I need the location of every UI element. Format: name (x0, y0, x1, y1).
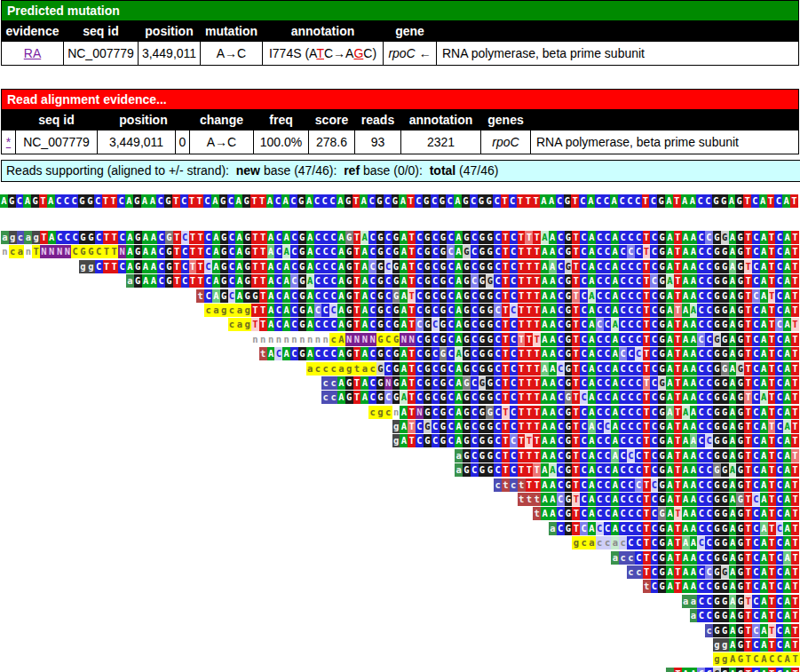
base-cell: T (502, 434, 510, 447)
base-cell: C (627, 406, 635, 419)
annotation-cell: I774S (ATC→AGC) (263, 42, 384, 66)
base-cell: C (619, 449, 627, 462)
base-cell: C (432, 406, 440, 419)
base-cell: A (282, 245, 290, 258)
base-cell: C (494, 333, 502, 346)
base-cell: G (658, 318, 666, 331)
base-cell: A (306, 231, 314, 244)
base-cell: G (736, 333, 744, 346)
base-cell: A (690, 536, 698, 549)
base-cell: T (501, 194, 509, 208)
base-cell: A (783, 478, 791, 492)
base-cell: A (541, 478, 549, 492)
read-row: aGCGGCTCTTTAACGTCACCACCCTCGATAACCGGAGTCA… (455, 449, 800, 462)
base-cell: C (446, 194, 454, 208)
base-cell: C (447, 406, 455, 419)
base-cell: C (273, 194, 281, 208)
base-cell: A (729, 245, 737, 258)
base-cell: A (235, 245, 243, 258)
base-cell: C (447, 376, 455, 390)
base-cell: A (541, 434, 549, 447)
base-cell: C (635, 318, 643, 331)
base-cell: A (682, 347, 690, 360)
base-cell: A (729, 609, 737, 622)
base-cell: G (721, 595, 729, 608)
base-cell: T (674, 406, 682, 419)
base-cell: A (666, 507, 674, 520)
base-cell: C (71, 231, 79, 244)
base-cell: T (502, 260, 510, 273)
base-cell: C (705, 362, 713, 376)
base-cell: T (258, 194, 266, 208)
base-cell: c (705, 624, 713, 637)
base-cell: G (485, 194, 493, 208)
base-cell: T (102, 194, 110, 208)
base-cell: G (478, 194, 486, 208)
base-cell: C (604, 434, 612, 447)
base-cell: C (471, 376, 479, 390)
base-cell: C (752, 391, 760, 404)
base-cell: c (228, 318, 236, 331)
base-cell: C (274, 231, 282, 244)
base-cell: A (455, 289, 463, 303)
base-cell: A (337, 194, 345, 208)
base-cell: A (760, 274, 768, 288)
base-cell: T (525, 231, 533, 244)
base-cell: C (580, 391, 588, 404)
base-cell: A (360, 391, 368, 404)
base-cell: C (752, 406, 760, 419)
base-cell: C (752, 493, 760, 506)
base-cell: A (212, 231, 220, 244)
base-cell: T (525, 391, 533, 404)
base-cell: C (368, 376, 376, 390)
base-cell: G (721, 304, 729, 317)
base-cell: G (220, 274, 228, 288)
base-cell: C (384, 347, 392, 360)
base-cell: A (611, 333, 619, 346)
base-cell: A (337, 333, 345, 346)
base-cell: G (298, 274, 306, 288)
read-row: aGCGGCTCTTTAACGTCACCACCCTCGATAACCGGAGTCA… (455, 463, 800, 477)
base-cell: G (486, 274, 494, 288)
base-cell: C (494, 304, 502, 317)
base-cell: T (524, 194, 532, 208)
alignment-detail-link[interactable]: * (6, 135, 11, 149)
base-cell: C (510, 231, 518, 244)
base-cell: C (775, 274, 783, 288)
base-cell: C (704, 194, 712, 208)
base-cell: A (760, 551, 768, 565)
base-cell: A (690, 565, 698, 579)
base-cell: T (189, 231, 197, 244)
ra-evidence-link[interactable]: RA (24, 46, 41, 60)
base-cell: c (329, 362, 337, 376)
base-cell: G (164, 194, 172, 208)
base-cell: G (658, 231, 666, 244)
base-cell: G (463, 434, 471, 447)
base-cell: A (783, 245, 791, 258)
base-cell: G (565, 260, 573, 273)
base-cell: G (134, 274, 142, 288)
base-cell: T (196, 245, 204, 258)
base-cell: C (557, 507, 565, 520)
base-cell: C (471, 274, 479, 288)
base-cell: A (729, 376, 737, 390)
base-cell: C (181, 274, 189, 288)
base-cell: G (486, 463, 494, 477)
base-cell: A (235, 231, 243, 244)
base-cell: A (588, 434, 596, 447)
base-cell: A (729, 391, 737, 404)
base-cell: C (627, 507, 635, 520)
base-cell: G (440, 333, 448, 346)
base-cell: G (392, 260, 400, 273)
read-alignment-evidence-table: Read alignment evidence... seq id positi… (1, 89, 799, 154)
base-cell: T (744, 274, 752, 288)
base-cell: A (235, 260, 243, 273)
base-cell: T (103, 231, 111, 244)
base-cell: T (791, 522, 799, 535)
base-cell: T (674, 318, 682, 331)
base-cell: T (525, 347, 533, 360)
base-cell: A (783, 609, 791, 622)
base-cell: A (783, 565, 791, 579)
base-cell: T (572, 507, 580, 520)
base-cell: C (752, 362, 760, 376)
